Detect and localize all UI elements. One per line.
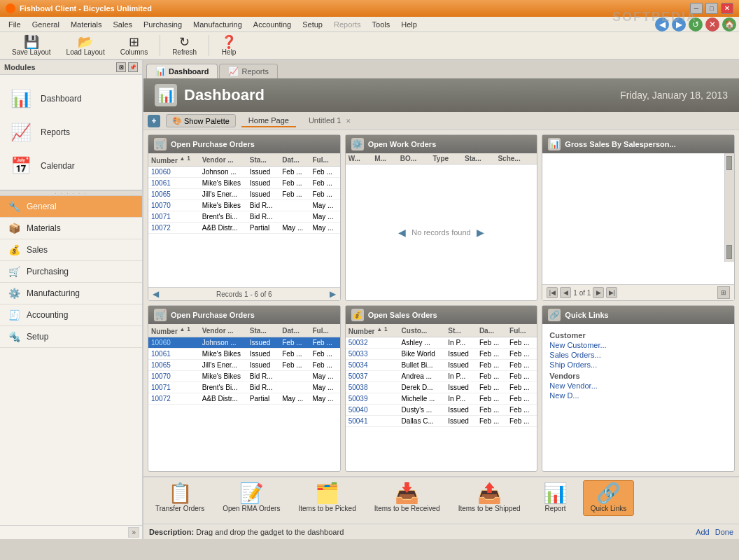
page-tab-close-icon[interactable]: ✕ bbox=[346, 118, 351, 125]
col2-vendor[interactable]: Vendor ... bbox=[199, 324, 247, 337]
menu-accounting[interactable]: Accounting bbox=[248, 19, 297, 30]
table-row[interactable]: 10060Johnson ...IssuedFeb ...Feb ... bbox=[148, 337, 340, 349]
scroll-up-btn[interactable] bbox=[726, 156, 732, 170]
pag-last-button[interactable]: ▶| bbox=[606, 287, 617, 298]
modules-pin-button[interactable]: 📌 bbox=[128, 62, 138, 72]
menu-manufacturing[interactable]: Manufacturing bbox=[188, 19, 248, 30]
table-row[interactable]: 10072A&B Distr...PartialMay ...May ... bbox=[148, 223, 340, 234]
menu-file[interactable]: File bbox=[3, 19, 27, 30]
menu-setup[interactable]: Setup bbox=[297, 19, 328, 30]
sidebar-item-setup[interactable]: 🔩 Setup bbox=[0, 326, 142, 348]
pag-export-button[interactable]: ⊞ bbox=[717, 286, 730, 299]
col-m[interactable]: M... bbox=[372, 153, 397, 164]
sidebar-item-materials[interactable]: 📦 Materials bbox=[0, 218, 142, 239]
col-so-number[interactable]: Number ▲ 1 bbox=[346, 324, 399, 337]
ql-new-vendor-link[interactable]: New Vendor... bbox=[549, 382, 727, 390]
pag-prev-button[interactable]: ◀ bbox=[560, 287, 571, 298]
table-row[interactable]: 50041Dallas C...IssuedFeb ...Feb ... bbox=[346, 416, 537, 427]
col2-date[interactable]: Dat... bbox=[279, 324, 309, 337]
bt-items-picked[interactable]: 🗂️ Items to be Picked bbox=[290, 480, 363, 516]
ql-new-d-link[interactable]: New D... bbox=[549, 391, 727, 400]
scroll-down-btn[interactable] bbox=[726, 245, 732, 259]
col-so-customer[interactable]: Custo... bbox=[399, 324, 446, 337]
status-done-link[interactable]: Done bbox=[715, 528, 733, 536]
po1-next-arrow[interactable]: ▶ bbox=[330, 289, 336, 299]
bt-open-rma[interactable]: 📝 Open RMA Orders bbox=[215, 480, 288, 516]
gadget-open-po-2-body[interactable]: Number ▲ 1 Vendor ... Sta... Dat... Ful.… bbox=[148, 324, 340, 471]
ql-sales-orders-link[interactable]: Sales Orders... bbox=[549, 351, 727, 359]
col-fulfill[interactable]: Ful... bbox=[309, 153, 339, 167]
bt-report[interactable]: 📊 Report bbox=[531, 480, 580, 516]
menu-materials[interactable]: Materials bbox=[65, 19, 108, 30]
sidebar-item-accounting[interactable]: 🧾 Accounting bbox=[0, 304, 142, 326]
module-calendar[interactable]: 📅 Calendar bbox=[0, 149, 142, 183]
col-status[interactable]: Sta... bbox=[247, 153, 279, 167]
pag-first-button[interactable]: |◀ bbox=[547, 287, 558, 298]
col-sta[interactable]: Sta... bbox=[462, 153, 495, 164]
po1-prev-arrow[interactable]: ◀ bbox=[153, 289, 159, 299]
table-row[interactable]: 50033Bike WorldIssuedFeb ...Feb ... bbox=[346, 349, 537, 360]
refresh-button[interactable]: ↻ Refresh bbox=[166, 34, 203, 58]
save-layout-button[interactable]: 💾 Save Layout bbox=[6, 34, 57, 58]
pag-next-button[interactable]: ▶ bbox=[593, 287, 604, 298]
menu-sales[interactable]: Sales bbox=[108, 19, 139, 30]
table-row[interactable]: 10065Jill's Ener...IssuedFeb ...Feb ... bbox=[148, 360, 340, 371]
table-row[interactable]: 10061Mike's BikesIssuedFeb ...Feb ... bbox=[148, 178, 340, 189]
module-reports[interactable]: 📈 Reports bbox=[0, 115, 142, 149]
col-so-fulfill[interactable]: Ful... bbox=[507, 324, 537, 337]
table-row[interactable]: 50037Andrea ...In P...Feb ...Feb ... bbox=[346, 371, 537, 382]
menu-reports[interactable]: Reports bbox=[328, 19, 367, 30]
gadget-open-po-1-body[interactable]: Number ▲ 1 Vendor ... Sta... Dat... Ful.… bbox=[148, 153, 340, 287]
table-row[interactable]: 10065Jill's Ener...IssuedFeb ...Feb ... bbox=[148, 189, 340, 200]
menu-help[interactable]: Help bbox=[395, 19, 423, 30]
col-type[interactable]: Type bbox=[430, 153, 462, 164]
table-row[interactable]: 10072A&B Distr...PartialMay ...May ... bbox=[148, 393, 340, 405]
module-dashboard[interactable]: 📊 Dashboard bbox=[0, 82, 142, 115]
col2-status[interactable]: Sta... bbox=[247, 324, 279, 337]
gadget-gross-sales-body[interactable] bbox=[542, 153, 734, 284]
col-w[interactable]: W... bbox=[346, 153, 372, 164]
menu-general[interactable]: General bbox=[27, 19, 65, 30]
table-row[interactable]: 10061Mike's BikesIssuedFeb ...Feb ... bbox=[148, 349, 340, 360]
sidebar-item-general[interactable]: 🔧 General bbox=[0, 196, 142, 218]
ql-ship-orders-link[interactable]: Ship Orders... bbox=[549, 360, 727, 369]
bt-items-shipped[interactable]: 📤 Items to be Shipped bbox=[451, 480, 528, 516]
col-so-status[interactable]: St... bbox=[445, 324, 477, 337]
show-palette-button[interactable]: 🎨 Show Palette bbox=[166, 114, 236, 127]
col2-fulfill[interactable]: Ful... bbox=[309, 324, 339, 337]
home-button[interactable]: 🏠 bbox=[722, 18, 736, 31]
bt-items-received[interactable]: 📥 Items to be Received bbox=[367, 480, 448, 516]
status-add-link[interactable]: Add bbox=[696, 528, 710, 536]
table-row[interactable]: 10070Mike's BikesBid R...May ... bbox=[148, 371, 340, 382]
col-number[interactable]: Number ▲ 1 bbox=[148, 153, 199, 167]
chart-scrollbar[interactable] bbox=[724, 153, 734, 262]
table-row[interactable]: 50039Michelle ...In P...Feb ...Feb ... bbox=[346, 393, 537, 405]
sidebar-item-manufacturing[interactable]: ⚙️ Manufacturing bbox=[0, 283, 142, 304]
expand-button[interactable]: » bbox=[128, 527, 139, 538]
columns-button[interactable]: ⊞ Columns bbox=[114, 34, 154, 58]
bt-transfer-orders[interactable]: 📋 Transfer Orders bbox=[148, 480, 212, 516]
table-row[interactable]: 10070Mike's BikesBid R...May ... bbox=[148, 200, 340, 211]
table-row[interactable]: 10060Johnson ...IssuedFeb ...Feb ... bbox=[148, 167, 340, 178]
modules-divider[interactable]: · · · · · · bbox=[0, 190, 142, 196]
table-row[interactable]: 50038Derek D...IssuedFeb ...Feb ... bbox=[346, 382, 537, 393]
menu-purchasing[interactable]: Purchasing bbox=[138, 19, 188, 30]
bt-quick-links[interactable]: 🔗 Quick Links bbox=[583, 480, 635, 516]
sidebar-item-purchasing[interactable]: 🛒 Purchasing bbox=[0, 261, 142, 283]
table-row[interactable]: 10071Brent's Bi...Bid R...May ... bbox=[148, 382, 340, 393]
wo-prev-arrow[interactable]: ◀ bbox=[398, 227, 406, 238]
col-bo[interactable]: BO... bbox=[397, 153, 430, 164]
ql-new-customer-link[interactable]: New Customer... bbox=[549, 341, 727, 349]
table-row[interactable]: 50034Bullet Bi...IssuedFeb ...Feb ... bbox=[346, 360, 537, 371]
col2-number[interactable]: Number ▲ 1 bbox=[148, 324, 199, 337]
wo-next-arrow[interactable]: ▶ bbox=[477, 227, 484, 238]
col-vendor[interactable]: Vendor ... bbox=[199, 153, 247, 167]
maximize-button[interactable]: □ bbox=[705, 3, 718, 14]
help-button[interactable]: ❓ Help bbox=[215, 34, 243, 58]
menu-tools[interactable]: Tools bbox=[367, 19, 396, 30]
page-tab-home[interactable]: Home Page bbox=[241, 115, 296, 127]
col-date[interactable]: Dat... bbox=[279, 153, 309, 167]
table-row[interactable]: 10071Brent's Bi...Bid R...May ... bbox=[148, 211, 340, 223]
col-so-date[interactable]: Da... bbox=[477, 324, 507, 337]
col-sche[interactable]: Sche... bbox=[495, 153, 537, 164]
